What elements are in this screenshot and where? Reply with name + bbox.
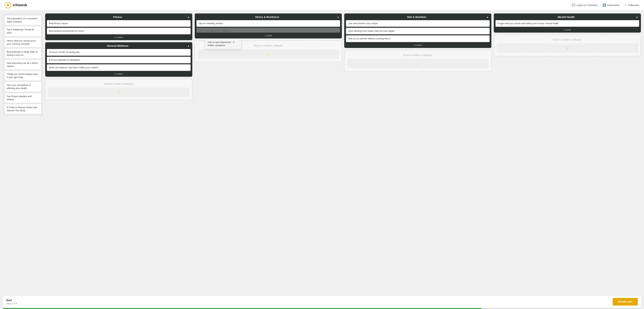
list-item[interactable]: Tips for handling anxiety [196,20,340,27]
instructions-label: Instructions [607,4,620,6]
fitness-chevron-icon[interactable]: ▲ [187,16,190,18]
drop-zone-inner: ↓ [347,59,488,68]
list-item[interactable]: Best workout accessories for home [47,28,190,34]
fitness-column: Fitness ▲ Best fitness tracker Best work… [45,14,192,100]
progress-bar-fill [3,308,482,309]
sort-step: Step 3 of 4 [6,302,17,305]
tooltip-card-text: How to spot depression - 5 hidden sympto… [208,41,234,46]
diet-column: Diet & Nutrition ▲ Low carb chicken curr… [344,14,491,72]
diet-drop-zone[interactable]: Drop to create a category ↓ [344,50,491,72]
diet-card-count: 3 CARDS [344,42,491,48]
general-wellness-header: General Wellness ▲ [45,42,192,49]
tooltip-card[interactable]: How to spot depression - 5 hidden sympto… [205,38,241,49]
header: UXtweak 💬 Leave us Comment ℹ️ Instructio… [0,0,644,10]
list-item[interactable]: Does drinking more water help you lose w… [346,28,490,34]
leave-comment-button[interactable]: 💬 Leave us Comment [572,3,598,7]
mental-drop-zone[interactable]: Drop to create a category ↓ [494,35,641,56]
general-wellness-title: General Wellness [48,44,187,47]
stress-header: Stress & Resilience ▲ [195,14,342,20]
fitness-card-count: 2 CARDS [45,34,192,40]
diet-category-card: Diet & Nutrition ▲ Low carb chicken curr… [344,14,491,48]
fitness-items: Best fitness tracker Best workout access… [45,20,192,34]
list-item[interactable]: How exercising can be a stress reliever [4,60,42,70]
general-wellness-category-card: General Wellness ▲ At-home COVID-19 test… [45,42,192,77]
stress-card-count: 1 CARD [195,32,342,38]
logo-icon [5,2,11,8]
comment-icon: 💬 [572,3,575,7]
list-item[interactable]: Things you should always have in your gy… [4,71,42,81]
mental-column: Mental Health ▲ 5 signs that you should … [494,14,641,56]
list-item[interactable]: 5 signs that you should start taking car… [496,20,639,27]
info-icon: ℹ️ [602,3,606,7]
fullscreen-button[interactable]: ⤢ Fullscreen [624,3,639,7]
fitness-drop-zone[interactable]: Drop to create a category ↓ [45,79,192,100]
stress-chevron-icon[interactable]: ▲ [337,16,339,18]
categories-row: Fitness ▲ Best fitness tracker Best work… [45,14,641,100]
mental-title: Mental Health [496,16,636,18]
fullscreen-label: Fullscreen [628,4,639,6]
list-item[interactable]: Top Protein powders and shakes [4,93,42,103]
progress-bar-container [3,308,641,309]
list-item[interactable]: Best fitness tracker [47,20,190,27]
stress-title: Stress & Resilience [198,16,337,18]
sort-title: Sort [6,299,17,302]
sort-info: Sort Step 3 of 4 [6,299,17,305]
mental-header: Mental Health ▲ [494,14,641,20]
content-area: The importance of a consistent sleep sch… [3,14,641,292]
drop-arrow-icon: ↓ [118,90,120,94]
drop-zone-inner: ↓ [496,44,638,53]
mental-items: 5 signs that you should start taking car… [494,20,641,27]
mental-card-count: 1 CARD [494,27,641,32]
drop-zone-label: Drop to create a category [254,44,283,47]
cards-list-panel: The importance of a consistent sleep sch… [3,14,43,116]
drop-arrow-icon: ↓ [566,46,568,50]
diet-chevron-icon[interactable]: ▲ [486,16,488,18]
mental-chevron-icon[interactable]: ▲ [636,16,638,18]
diet-items: Low carb chicken curry recipe Does drink… [344,20,491,42]
list-item[interactable]: Best podcasts to binge listen to during … [4,48,42,58]
list-item[interactable]: Low carb chicken curry recipe [346,20,490,27]
list-item[interactable]: 6 Foods to Reduce Stress and Nourish You… [4,104,42,114]
drop-zone-label: Drop to create a category [403,54,432,56]
list-item[interactable]: How to cut calories without counting the… [346,35,490,42]
drop-arrow-icon: ↓ [267,52,269,56]
general-wellness-card-count: 3 CARDS [45,71,192,77]
mental-category-card: Mental Health ▲ 5 signs that you should … [494,14,641,32]
fitness-title: Fitness [48,16,187,18]
main-container: The importance of a consistent sleep sch… [0,10,644,309]
list-item[interactable]: At-home COVID-19 testing kits [47,49,190,56]
instructions-button[interactable]: ℹ️ Instructions [602,3,620,7]
list-item[interactable]: Here's what you should put in your morni… [4,38,42,48]
stress-category-card: Stress & Resilience ▲ Tips for handling … [195,14,342,38]
drop-arrow-icon: ↓ [417,61,419,66]
list-item[interactable]: 8 Proven Benefits of Meditation [47,57,190,63]
drop-zone-inner: ↓ [48,88,190,97]
comment-label: Leave us Comment [576,4,598,6]
sort-area: Fitness ▲ Best fitness tracker Best work… [45,14,641,100]
fitness-category-card: Fitness ▲ Best fitness tracker Best work… [45,14,192,40]
fullscreen-icon: ⤢ [624,3,627,7]
diet-header: Diet & Nutrition ▲ [344,14,491,20]
general-wellness-items: At-home COVID-19 testing kits 8 Proven B… [45,49,192,71]
general-wellness-chevron-icon[interactable]: ▲ [187,44,190,47]
list-item[interactable]: How your smartphone is effecting your he… [4,82,42,92]
list-item[interactable]: How to spot depression - 5 hidden... [196,28,340,32]
list-item[interactable]: Top 5 Healthcare Trends for 2022 [4,26,42,36]
app-container: UXtweak 💬 Leave us Comment ℹ️ Instructio… [0,0,644,309]
stress-column: Stress & Resilience ▲ Tips for handling … [195,14,342,62]
drop-zone-inner: ↓ [198,49,339,59]
stress-items: Tips for handling anxiety How to spot de… [195,20,342,32]
diet-title: Diet & Nutrition [347,16,486,18]
logo-text: UXtweak [13,3,27,7]
fitness-header: Fitness ▲ [45,14,192,20]
drop-zone-label: Drop to create a category [104,82,133,85]
bottom-bar: Sort Step 3 of 4 Finish sort [3,295,641,308]
svg-marker-1 [7,4,10,6]
logo-area: UXtweak [5,2,27,8]
header-actions: 💬 Leave us Comment ℹ️ Instructions ⤢ Ful… [572,3,639,7]
list-item[interactable]: The importance of a consistent sleep sch… [4,15,42,25]
list-item[interactable]: Work-Life balance: how does it affect yo… [47,64,190,71]
finish-sort-button[interactable]: Finish sort [612,298,638,306]
drop-zone-label: Drop to create a category [553,38,582,41]
